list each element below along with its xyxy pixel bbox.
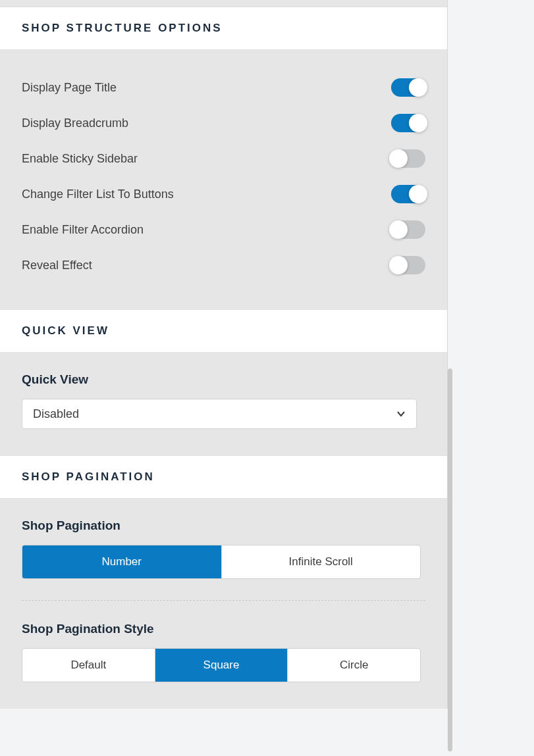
toggle-knob: [389, 220, 408, 239]
toggle-knob: [389, 256, 408, 274]
section-title-pagination: SHOP PAGINATION: [22, 470, 425, 484]
toggle-knob: [389, 149, 408, 168]
quickview-field-label: Quick View: [22, 372, 425, 387]
chevron-down-icon: [396, 409, 406, 418]
toggle-knob: [409, 78, 427, 97]
scrollbar[interactable]: [448, 368, 452, 751]
toggle-knob: [409, 185, 427, 203]
toggle-label: Enable Sticky Sidebar: [22, 152, 138, 166]
pagination-style-label: Shop Pagination Style: [22, 622, 425, 636]
toggle-switch[interactable]: [391, 78, 425, 97]
toggle-switch[interactable]: [391, 149, 425, 168]
toggle-switch[interactable]: [391, 220, 425, 239]
toggle-row: Enable Sticky Sidebar: [22, 141, 425, 176]
toggle-switch[interactable]: [391, 114, 425, 132]
pagination-style-option[interactable]: Circle: [288, 649, 420, 682]
pagination-type-option[interactable]: Number: [22, 545, 222, 578]
section-body-quickview: Quick View Disabled: [0, 353, 447, 455]
section-title-quickview: QUICK VIEW: [22, 324, 425, 338]
pagination-style-group: DefaultSquareCircle: [22, 648, 421, 682]
toggle-knob: [409, 114, 427, 132]
toggle-label: Enable Filter Accordion: [22, 223, 144, 237]
toggle-label: Display Page Title: [22, 81, 117, 95]
toggle-label: Display Breadcrumb: [22, 116, 128, 130]
toggle-label: Change Filter List To Buttons: [22, 188, 174, 201]
separator: [22, 600, 425, 601]
toggle-switch[interactable]: [391, 185, 425, 203]
toggle-row: Display Page Title: [22, 70, 425, 105]
pagination-style-option[interactable]: Default: [22, 649, 155, 682]
settings-panel: SHOP STRUCTURE OPTIONS Display Page Titl…: [0, 0, 448, 709]
section-title-structure: SHOP STRUCTURE OPTIONS: [22, 22, 425, 35]
toggle-row: Enable Filter Accordion: [22, 212, 425, 247]
toggle-label: Reveal Effect: [22, 259, 92, 272]
quickview-select[interactable]: Disabled: [22, 399, 417, 429]
section-header-pagination: SHOP PAGINATION: [0, 455, 447, 499]
section-body-pagination: Shop Pagination NumberInfinite Scroll Sh…: [0, 499, 447, 709]
toggle-row: Display Breadcrumb: [22, 105, 425, 141]
pagination-style-option[interactable]: Square: [155, 649, 288, 682]
pagination-type-group: NumberInfinite Scroll: [22, 545, 421, 579]
section-header-structure: SHOP STRUCTURE OPTIONS: [0, 7, 447, 50]
toggle-switch[interactable]: [391, 256, 425, 274]
section-header-quickview: QUICK VIEW: [0, 309, 447, 353]
pagination-type-option[interactable]: Infinite Scroll: [222, 545, 421, 578]
section-body-structure: Display Page TitleDisplay BreadcrumbEnab…: [0, 50, 447, 309]
quickview-select-value: Disabled: [33, 407, 79, 421]
pagination-type-label: Shop Pagination: [22, 518, 425, 533]
toggle-row: Change Filter List To Buttons: [22, 176, 425, 212]
toggle-row: Reveal Effect: [22, 247, 425, 283]
